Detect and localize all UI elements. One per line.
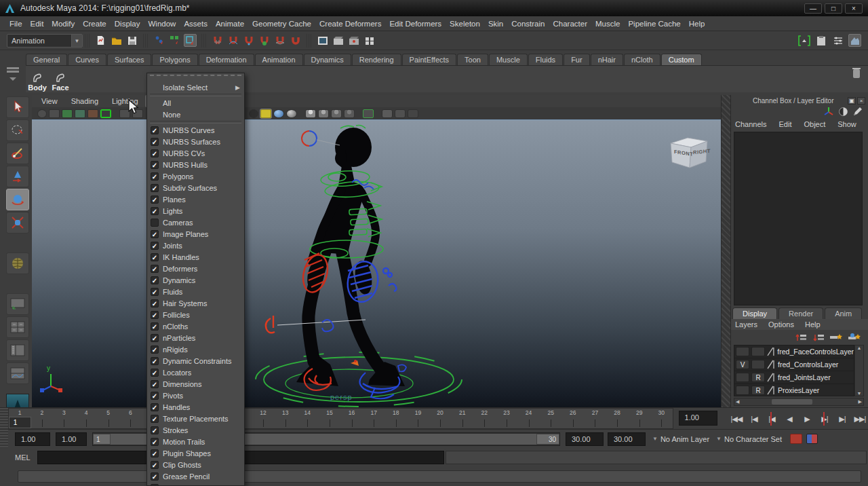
timeline-frame-cell[interactable]: 4 [75,409,98,428]
playback-button[interactable]: |◀ [746,411,762,426]
layer-row[interactable]: R fred_JointsLayer [734,371,854,384]
pen-icon[interactable] [852,107,863,117]
channel-box-toggle-icon[interactable] [848,34,861,47]
menu-item[interactable]: Assets [180,16,212,31]
layer-editor-menu-item[interactable]: Layers [735,320,757,329]
checkbox-icon[interactable] [151,380,159,388]
menu-item[interactable]: Window [144,16,180,31]
checkbox-icon[interactable] [151,149,159,157]
shelf-tab[interactable]: General [26,54,67,65]
timeline-frame-cell[interactable]: 5 [97,409,119,428]
menu-item[interactable]: Create [79,16,111,31]
channel-box-menu-item[interactable]: Show [837,120,856,128]
playback-button[interactable]: ▶▶| [852,411,868,426]
menu-item[interactable]: Constrain [507,16,549,31]
channel-box-menu-item[interactable]: Edit [778,120,791,128]
show-menu-item[interactable]: Grease Pencil ▶ [147,470,244,482]
range-start-handle[interactable]: 1 [93,434,111,445]
camera-attributes-icon[interactable] [49,109,60,118]
close-button[interactable]: × [845,3,863,14]
default-material-icon[interactable] [286,109,297,118]
checkbox-icon[interactable] [151,172,159,181]
timeline-frame-cell[interactable]: 13 [274,409,296,428]
playback-button[interactable]: ◀ [781,411,797,426]
show-menu-item[interactable]: Follicles ▶ [147,309,244,320]
manipulator-icon[interactable] [823,107,834,117]
checkbox-icon[interactable] [151,138,159,146]
view-cube[interactable]: FRONT RIGHT [665,130,713,174]
checkbox-icon[interactable] [151,288,159,296]
scroll-left-icon[interactable]: ◀ [736,399,739,405]
menu-item[interactable]: Animate [212,16,248,31]
scale-tool-button[interactable] [6,212,29,233]
share-view-icon[interactable] [408,109,418,118]
timeline-frame-cell[interactable]: 16 [340,409,363,428]
menu-item[interactable]: Pipeline Cache [624,16,684,31]
layer-mode-toggle[interactable] [751,347,765,356]
timeline-frame-cell[interactable]: 17 [363,409,385,428]
layer-list-horizontal-scrollbar[interactable]: ◀ ▶ [734,398,864,406]
shelf-tab[interactable]: nCloth [624,54,660,65]
scene-cube-icon[interactable] [382,109,393,118]
checkbox-icon[interactable] [151,403,159,411]
layer-editor-menu-item[interactable]: Options [768,320,794,329]
timeline-frame-cell[interactable]: 19 [407,409,429,428]
shelf-tab[interactable]: Muscle [489,54,528,65]
checkbox-icon[interactable] [151,484,159,486]
show-menu-item[interactable]: None ▶ [147,109,244,120]
show-menu-item[interactable]: Texture Placements ▶ [147,413,244,424]
checkbox-icon[interactable] [151,230,159,238]
menu-item[interactable]: Skeleton [446,16,484,31]
show-menu-item[interactable]: ▶ [150,94,241,96]
shelf-tab[interactable]: Toon [457,54,488,65]
menu-item[interactable]: Geometry Cache [248,16,315,31]
scrollbar-thumb[interactable] [772,399,812,405]
timeline-frame-cell[interactable]: 22 [473,409,496,428]
attribute-editor-icon[interactable] [814,34,827,47]
select-object-icon[interactable] [168,34,181,47]
shelf-tab[interactable]: Fluids [528,54,563,65]
checkbox-icon[interactable] [151,472,159,481]
timeline-frame-cell[interactable]: 12 [252,409,275,428]
show-menu-item[interactable]: Planes ▶ [147,193,244,205]
select-component-icon[interactable] [184,34,197,47]
playback-button[interactable]: ▶| [816,411,833,426]
show-menu-item[interactable]: Lights ▶ [147,205,244,217]
snap-to-projected-center-icon[interactable] [258,34,271,47]
checkbox-icon[interactable] [151,184,159,192]
layer-visibility-toggle[interactable] [736,347,749,356]
status-separator[interactable] [143,34,148,48]
checkbox-icon[interactable] [151,345,159,354]
show-menu-item[interactable]: Locators ▶ [147,367,244,378]
universal-manipulator-button[interactable] [6,253,29,274]
layer-row[interactable]: V fred_ControlsLayer [734,358,854,371]
shelf-tab[interactable]: Polygons [152,54,197,65]
layer-list-vertical-scrollbar[interactable]: ▲ ▼ [854,345,864,396]
snap-to-grids-icon[interactable] [211,34,224,47]
modeling-toolkit-icon[interactable] [797,34,810,47]
layer-name[interactable]: fred_JointsLayer [778,373,831,381]
shelf-tab[interactable]: PaintEffects [402,54,457,65]
show-menu-item[interactable]: Dimensions ▶ [147,378,244,390]
timeline-frame-cell[interactable]: 29 [628,409,650,428]
menu-item[interactable]: Muscle [591,16,624,31]
checkbox-icon[interactable] [151,276,159,284]
save-scene-icon[interactable] [125,34,138,47]
trash-icon[interactable] [852,67,861,81]
layer-mode-toggle[interactable]: R [751,386,765,395]
shelf-tab[interactable]: Curves [68,54,106,65]
playback-start-field[interactable]: 1.00 [56,432,87,446]
show-menu-item[interactable]: Dynamics ▶ [147,274,244,286]
highlight-selection-icon[interactable] [363,109,374,118]
checkbox-icon[interactable] [151,334,159,342]
checkbox-icon[interactable] [151,415,159,423]
move-layer-up-icon[interactable] [795,333,807,343]
menu-item[interactable]: Edit Deformers [385,16,446,31]
select-camera-icon[interactable] [37,109,47,118]
current-frame-indicator[interactable]: 1 [9,417,31,428]
layout-four-pane-button[interactable] [6,316,29,338]
shelf-button[interactable]: Body [26,67,49,92]
snap-to-view-planes-icon[interactable] [273,34,286,47]
status-separator[interactable] [307,34,311,48]
playback-button[interactable]: |◀ [764,411,780,426]
